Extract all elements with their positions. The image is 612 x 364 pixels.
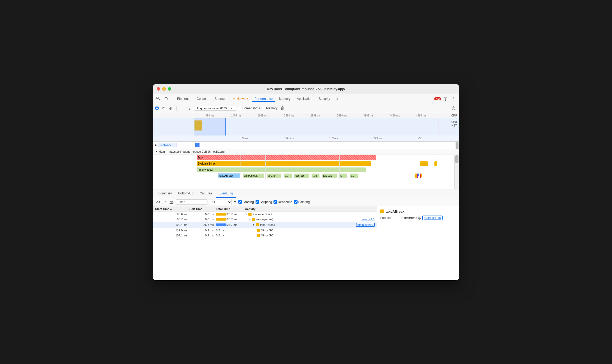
task-label: Task [198, 156, 203, 159]
rendering-checkbox[interactable] [273, 200, 277, 204]
screenshots-checkbox-item[interactable]: Screenshots [238, 106, 260, 110]
more-tabs-button[interactable]: » [334, 96, 341, 101]
tab-console[interactable]: Console [194, 96, 211, 102]
tak-ak-block-1[interactable]: tak...ak [267, 174, 281, 178]
scripting-checkbox[interactable] [256, 200, 259, 204]
task-block[interactable]: Task [197, 155, 376, 160]
tab-event-log[interactable]: Event Log [216, 189, 236, 198]
trash-icon[interactable]: 🗑 [281, 106, 285, 111]
clear-button[interactable]: ⊘ [168, 105, 174, 111]
anonymous-block[interactable]: (anonymous) [197, 167, 366, 172]
th-total-time[interactable]: Total Time [216, 207, 245, 211]
flame-scrollbar[interactable] [454, 155, 459, 189]
tab-application[interactable]: Application [294, 96, 315, 102]
perf-settings-icon[interactable] [450, 105, 457, 112]
filter-category-select[interactable]: All Loading Scripting Rendering Painting [209, 199, 232, 205]
time-bar-2 [216, 218, 226, 221]
take-a-break-block-1[interactable]: takeABreak [243, 174, 264, 178]
t-k-block[interactable]: t...k [312, 174, 319, 178]
bottom-tabs: Summary Bottom-Up Call Tree Event Log [153, 189, 459, 198]
take-a-break-selected-label: takeABreak [219, 174, 233, 177]
tab-bottom-up[interactable]: Bottom-Up [175, 189, 196, 198]
flame-tracks: Task Evaluate Script [194, 155, 454, 179]
dropdown-chevron-icon[interactable]: ▼ [233, 200, 237, 204]
tab-sources[interactable]: Sources [212, 96, 229, 102]
t-block-3[interactable]: t... [350, 174, 358, 178]
timeline-ruler: 999 ms 1499 ms 1999 ms 2499 ms 2999 ms 3… [153, 113, 459, 118]
tab-call-tree[interactable]: Call Tree [197, 189, 216, 198]
filter-input[interactable] [176, 199, 207, 205]
painting-checkbox-item[interactable]: Painting [294, 200, 310, 204]
match-case-icon[interactable]: Aa [155, 199, 161, 204]
table-row[interactable]: 80.7 ms 0.0 ms 26.7 ms ▼ (anonymous) mai… [153, 217, 377, 222]
network-bar-1 [195, 143, 200, 147]
tab-performance[interactable]: Performance [252, 96, 275, 102]
close-button[interactable] [157, 87, 160, 91]
call-tree-label: Call Tree [200, 192, 212, 195]
upload-button[interactable]: ↑ [179, 105, 185, 111]
security-label: Security [319, 97, 330, 101]
expand-arrow-2[interactable]: ▼ [249, 218, 251, 221]
network-badge-btn[interactable]: Network ... [158, 143, 177, 147]
download-button[interactable]: ↓ [187, 105, 192, 111]
tab-summary[interactable]: Summary [155, 189, 175, 198]
t-block-2[interactable]: t... [339, 174, 347, 178]
device-toggle-icon[interactable] [163, 95, 170, 102]
th-activity[interactable]: Activity [245, 207, 375, 211]
tak-ak-label-2: tak...ak [295, 174, 304, 177]
scrollbar-right-1[interactable] [455, 142, 459, 149]
settings-icon[interactable] [442, 95, 449, 102]
maximize-button[interactable] [168, 87, 171, 91]
url-selector[interactable]: clinquant-mousse-2f239... ▼ [194, 106, 236, 111]
expand-arrow-3[interactable]: ▼ [252, 223, 255, 226]
table-body: 80.6 ms 0.0 ms 26.7 ms ▼ Evaluate Script [153, 212, 377, 238]
tab-elements[interactable]: Elements [174, 96, 193, 102]
take-a-break-link[interactable]: main.js:6:10 [356, 223, 375, 227]
whole-word-icon[interactable]: ab [169, 200, 174, 204]
eval-script-small-2 [434, 161, 437, 166]
total-time-cell-5: 0.2 ms [216, 234, 245, 237]
table-row[interactable]: 119.9 ms 0.2 ms 0.2 ms Minor GC [153, 228, 377, 233]
activity-name-5: Minor GC [261, 234, 273, 237]
reload-record-button[interactable]: ↺ [160, 105, 166, 111]
tab-security[interactable]: Security [316, 96, 333, 102]
loading-checkbox-item[interactable]: Loading [238, 200, 254, 204]
rendering-checkbox-item[interactable]: Rendering [273, 200, 292, 204]
table-row[interactable]: 102.4 ms 26.3 ms 26.7 ms ▼ takeABreak ma… [153, 222, 377, 228]
th-self-time[interactable]: Self Time [189, 207, 216, 211]
ruler-mark-1499: 1499 ms [231, 114, 241, 117]
tab-network[interactable]: ⚠ Network [230, 96, 251, 102]
painting-checkbox[interactable] [294, 200, 298, 204]
right-details-panel: takeABreak Function takeABreak @ main.js… [377, 206, 459, 280]
timeline-overview[interactable]: CPU NET [153, 118, 459, 136]
memory-checkbox[interactable] [262, 107, 265, 110]
total-time-val-1: 26.7 ms [227, 213, 237, 216]
tak-ak-block-3[interactable]: tak...ak [322, 174, 337, 178]
table-row[interactable]: 80.6 ms 0.0 ms 26.7 ms ▼ Evaluate Script [153, 212, 377, 217]
evaluate-script-block[interactable]: Evaluate Script [197, 161, 371, 166]
start-time-cell-2: 80.7 ms [155, 218, 189, 221]
th-start-time[interactable]: Start Time ▲ [155, 207, 189, 211]
loading-checkbox[interactable] [238, 200, 242, 204]
record-button[interactable] [155, 106, 159, 110]
expand-arrow-1[interactable]: ▼ [245, 213, 247, 216]
t-block-1[interactable]: t... [284, 174, 292, 178]
tab-memory[interactable]: Memory [276, 96, 293, 102]
table-header: Start Time ▲ Self Time Total Time Activi… [153, 206, 377, 212]
t-label-1: t... [285, 174, 288, 177]
memory-checkbox-item[interactable]: Memory [262, 106, 277, 110]
functions-row: takeABreak takeABreak tak...ak t... [194, 173, 454, 179]
function-name: takeABreak @ [401, 216, 421, 220]
function-link[interactable]: main.js:6:10 [422, 216, 443, 220]
more-options-icon[interactable]: ⋮ [450, 95, 457, 102]
screenshots-checkbox[interactable] [238, 107, 241, 110]
inspect-element-icon[interactable] [155, 95, 162, 102]
regex-icon[interactable]: .* [163, 200, 167, 204]
minimize-button[interactable] [162, 87, 166, 91]
scripting-checkbox-item[interactable]: Scripting [256, 200, 272, 204]
tak-ak-block-2[interactable]: tak...ak [294, 174, 309, 178]
table-row[interactable]: 107.1 ms 0.2 ms 0.2 ms Minor GC [153, 233, 377, 238]
anon-link[interactable]: main.js:1:1 [361, 218, 375, 221]
take-a-break-selected-block[interactable]: takeABreak [218, 174, 240, 178]
activity-icon-5 [257, 234, 260, 237]
